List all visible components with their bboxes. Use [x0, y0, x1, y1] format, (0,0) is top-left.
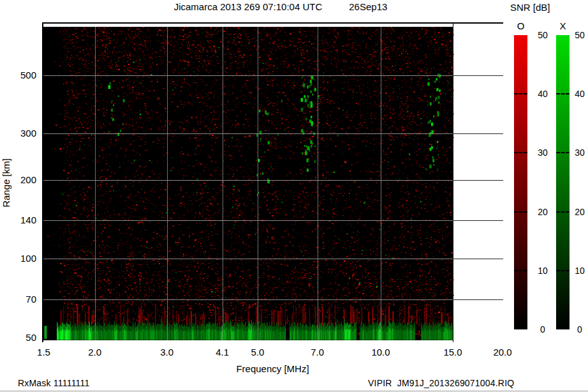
rx-mask-label: RxMask 11111111 [18, 378, 89, 388]
o-colorbar-tick-label: 10 [532, 266, 554, 276]
colorbar-dash-tick [514, 270, 527, 271]
y-tick-label: 70 [0, 294, 36, 305]
x-tick-label: 4.1 [205, 347, 240, 358]
o-mode-colorbar [514, 35, 527, 329]
snr-colorbar-title: SNR [dB] [510, 2, 587, 13]
y-tick-label: 200 [0, 174, 36, 186]
title-date: 26Sep13 [349, 1, 387, 12]
ionogram-page: Jicamarca 2013 269 07:10:04 UTC 26Sep13 … [0, 0, 588, 392]
o-colorbar-tick-label: 40 [532, 89, 554, 99]
x-colorbar-tick-label: 40 [569, 89, 588, 99]
x-tick-label: 1.5 [26, 347, 62, 358]
o-colorbar-tick-label: 0 [532, 324, 554, 335]
colorbar-dash-tick [514, 211, 527, 213]
o-colorbar-tick-label: 30 [532, 147, 554, 158]
colorbar-dash-tick [514, 152, 527, 153]
x-tick-label: 20.0 [485, 347, 520, 358]
colorbar-dash-tick [556, 152, 570, 153]
x-colorbar-tick-label: 50 [569, 30, 588, 40]
y-tick-label: 140 [0, 215, 36, 226]
x-colorbar-tick-label: 30 [569, 147, 588, 158]
x-colorbar-tick-label: 10 [569, 266, 588, 276]
colorbar-dash-tick [556, 270, 570, 271]
x-tick-label: 15.0 [435, 347, 471, 358]
plot-title: Jicamarca 2013 269 07:10:04 UTC 26Sep13 [57, 1, 504, 12]
y-tick-label: 500 [0, 70, 36, 81]
title-station-time: Jicamarca 2013 269 07:10:04 UTC [174, 1, 323, 12]
x-tick-label: 10.0 [363, 347, 399, 358]
o-colorbar-tick-label: 20 [532, 207, 554, 217]
colorbar-dash-tick [514, 93, 527, 94]
ionogram-canvas [43, 24, 503, 342]
colorbar-dash-tick [556, 93, 570, 94]
x-tick-label: 3.0 [149, 347, 185, 358]
o-colorbar-tick-label: 50 [532, 30, 554, 40]
x-tick-label: 5.0 [240, 347, 276, 358]
y-tick-label: 100 [0, 253, 36, 264]
y-tick-label: 300 [0, 128, 36, 139]
x-colorbar-tick-label: 0 [569, 324, 588, 335]
x-mode-label: X [556, 20, 570, 31]
y-tick-label: 50 [0, 332, 36, 343]
x-colorbar-tick-label: 20 [569, 207, 588, 217]
x-axis-title: Frequency [MHz] [42, 363, 503, 374]
x-mode-colorbar [556, 35, 570, 329]
file-id-label: VIPIR JM91J_2013269071004.RIQ [368, 378, 514, 388]
x-tick-label: 7.0 [300, 347, 335, 358]
colorbar-dash-tick [556, 211, 570, 213]
bottom-edge-line [0, 391, 588, 391]
x-tick-label: 2.0 [77, 347, 113, 358]
o-mode-label: O [514, 20, 527, 31]
